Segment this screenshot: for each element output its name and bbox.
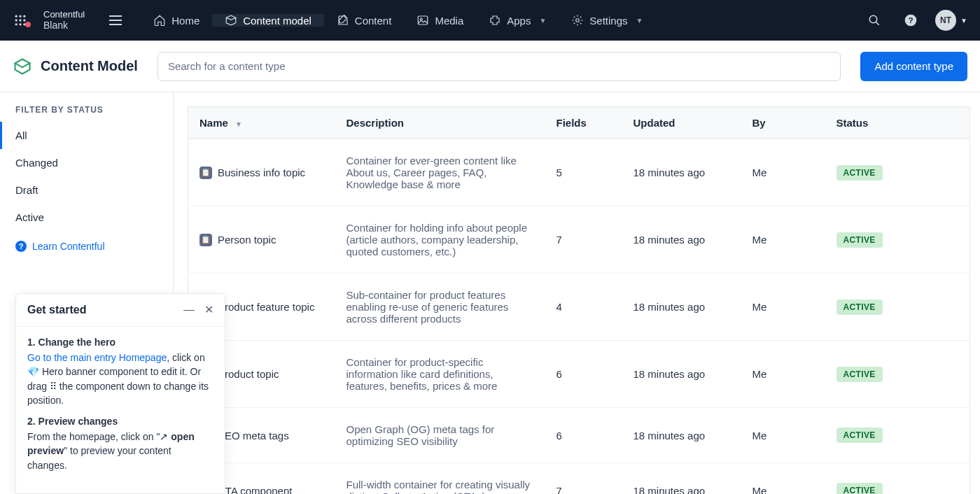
row-description: Container for product-specific informati…	[335, 341, 545, 408]
row-by: Me	[741, 408, 825, 463]
row-name-label: Business info topic	[218, 167, 305, 178]
row-updated: 18 minutes ago	[622, 206, 741, 274]
nav-label: Home	[172, 15, 200, 27]
filter-item-all[interactable]: All	[0, 122, 173, 149]
table-row[interactable]: 📋SEO meta tagsOpen Graph (OG) meta tags …	[188, 408, 970, 463]
filter-item-active[interactable]: Active	[0, 204, 173, 231]
nav-tab-settings[interactable]: Settings ▼	[559, 14, 655, 27]
notification-dot	[25, 22, 31, 27]
help-button[interactable]: ?	[899, 8, 923, 32]
image-icon	[416, 14, 429, 27]
space-name-label: Blank	[43, 20, 85, 31]
row-by: Me	[741, 274, 825, 341]
close-button[interactable]: ✕	[204, 304, 214, 316]
row-by: Me	[741, 139, 825, 206]
status-badge: ACTIVE	[836, 367, 883, 382]
sidebar-toggle-button[interactable]	[99, 15, 132, 25]
top-nav-right: ? NT ▼	[862, 0, 980, 41]
svg-text:?: ?	[909, 15, 913, 24]
nav-label: Settings	[589, 15, 627, 27]
content-model-icon	[13, 57, 32, 76]
table-row[interactable]: 📋Person topicContainer for holding info …	[188, 206, 970, 274]
row-name: 📋Person topic	[200, 234, 324, 246]
search-icon	[868, 14, 881, 27]
col-fields[interactable]: Fields	[545, 107, 622, 139]
page-header: Content Model Add content type	[0, 41, 980, 92]
svg-point-7	[19, 23, 21, 25]
chevron-down-icon: ▼	[636, 17, 643, 24]
sort-icon: ▼	[235, 120, 242, 128]
row-fields: 4	[545, 274, 622, 341]
table-header-row: Name ▼ Description Fields Updated By Sta…	[188, 107, 970, 139]
edit-icon	[337, 14, 349, 27]
nav-label: Content model	[243, 15, 312, 27]
row-fields: 5	[545, 139, 622, 206]
add-content-type-button[interactable]: Add content type	[860, 52, 967, 81]
step-1-heading: 1. Change the hero	[27, 337, 214, 348]
filter-item-draft[interactable]: Draft	[0, 176, 173, 204]
svg-point-5	[23, 19, 25, 21]
homepage-link[interactable]: Go to the main entry Homepage	[27, 352, 167, 363]
user-menu[interactable]: NT ▼	[935, 10, 967, 31]
minimize-button[interactable]: —	[183, 304, 195, 316]
step-2-text: From the homepage, click on "↗ open prev…	[27, 430, 214, 472]
svg-point-0	[15, 15, 18, 17]
row-by: Me	[741, 463, 825, 495]
row-updated: 18 minutes ago	[622, 408, 741, 463]
col-name[interactable]: Name ▼	[188, 107, 335, 139]
row-fields: 7	[545, 206, 622, 274]
svg-rect-12	[419, 16, 428, 24]
status-badge: ACTIVE	[836, 299, 883, 315]
search-button[interactable]	[862, 8, 886, 32]
page-title-text: Content Model	[41, 58, 138, 74]
svg-line-16	[876, 22, 879, 25]
box-icon	[225, 14, 237, 27]
nav-tab-content-model[interactable]: Content model	[212, 14, 324, 27]
status-badge: ACTIVE	[836, 232, 883, 248]
external-link-icon: ↗	[160, 431, 168, 442]
learn-label: Learn Contentful	[32, 241, 105, 252]
row-description: Container for holding info about people …	[335, 206, 545, 274]
svg-point-14	[576, 19, 580, 22]
table-row[interactable]: 📋Business info topicContainer for ever-g…	[188, 139, 970, 206]
learn-contentful-link[interactable]: ? Learn Contentful	[0, 231, 173, 262]
col-updated[interactable]: Updated	[622, 107, 741, 139]
avatar: NT	[935, 10, 956, 31]
top-nav-left: Contentful Blank Home Content model Cont…	[0, 0, 655, 41]
chevron-down-icon: ▼	[539, 17, 546, 24]
content-type-icon: 📋	[200, 234, 212, 246]
nav-label: Media	[435, 15, 463, 27]
puzzle-icon	[489, 14, 501, 27]
table-row[interactable]: 📋CTA componentFull-width container for c…	[188, 463, 970, 495]
nav-label: Content	[355, 15, 392, 27]
gear-icon	[571, 14, 584, 27]
app-switcher-button[interactable]	[0, 13, 41, 27]
nav-tab-home[interactable]: Home	[141, 14, 212, 27]
nav-tab-apps[interactable]: Apps ▼	[476, 14, 559, 27]
col-by[interactable]: By	[741, 107, 825, 139]
nav-tab-media[interactable]: Media	[404, 14, 476, 27]
svg-point-2	[23, 15, 25, 17]
popup-body: 1. Change the hero Go to the main entry …	[16, 327, 225, 493]
table-row[interactable]: 📋Product topicContainer for product-spec…	[188, 341, 970, 408]
content-type-icon: 📋	[200, 167, 212, 179]
popup-header: Get started — ✕	[16, 294, 225, 327]
nav-tab-content[interactable]: Content	[324, 14, 405, 27]
menu-icon	[109, 15, 122, 25]
row-description: Full-width container for creating visual…	[335, 463, 545, 495]
row-updated: 18 minutes ago	[622, 341, 741, 408]
col-description[interactable]: Description	[335, 107, 545, 139]
chevron-down-icon: ▼	[960, 17, 967, 24]
row-name-label: Product topic	[218, 368, 279, 380]
filter-item-changed[interactable]: Changed	[0, 149, 173, 176]
table-row[interactable]: 📋Product feature topicSub-container for …	[188, 274, 970, 341]
svg-point-6	[15, 23, 18, 25]
search-input[interactable]	[168, 60, 831, 72]
nav-tabs: Home Content model Content Media Apps ▼	[141, 14, 655, 27]
col-status[interactable]: Status	[825, 107, 970, 139]
row-updated: 18 minutes ago	[622, 463, 741, 495]
content-type-search[interactable]	[158, 52, 841, 81]
space-selector[interactable]: Contentful Blank	[41, 9, 99, 31]
row-fields: 7	[545, 463, 622, 495]
get-started-popup: Get started — ✕ 1. Change the hero Go to…	[15, 293, 225, 494]
